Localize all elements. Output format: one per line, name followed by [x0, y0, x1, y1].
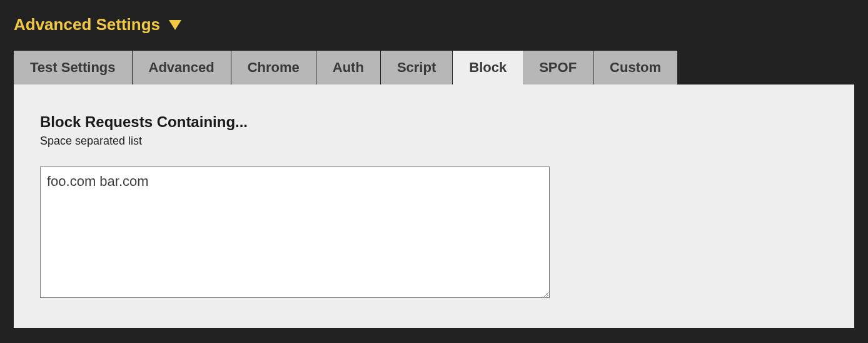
- tabs-bar: Test Settings Advanced Chrome Auth Scrip…: [14, 51, 854, 84]
- tab-block[interactable]: Block: [453, 51, 523, 84]
- tab-chrome[interactable]: Chrome: [231, 51, 316, 84]
- tab-auth[interactable]: Auth: [316, 51, 381, 84]
- panel-subtext: Space separated list: [40, 135, 828, 148]
- tab-script[interactable]: Script: [381, 51, 453, 84]
- panel-heading: Block Requests Containing...: [40, 113, 828, 131]
- chevron-down-icon: [169, 20, 181, 30]
- advanced-settings-header[interactable]: Advanced Settings: [14, 15, 854, 34]
- tab-spof[interactable]: SPOF: [523, 51, 593, 84]
- tab-test-settings[interactable]: Test Settings: [14, 51, 133, 84]
- block-panel: Block Requests Containing... Space separ…: [14, 84, 854, 328]
- tab-custom[interactable]: Custom: [593, 51, 677, 84]
- tab-advanced[interactable]: Advanced: [133, 51, 231, 84]
- section-title: Advanced Settings: [14, 15, 160, 34]
- block-list-input[interactable]: [40, 166, 550, 298]
